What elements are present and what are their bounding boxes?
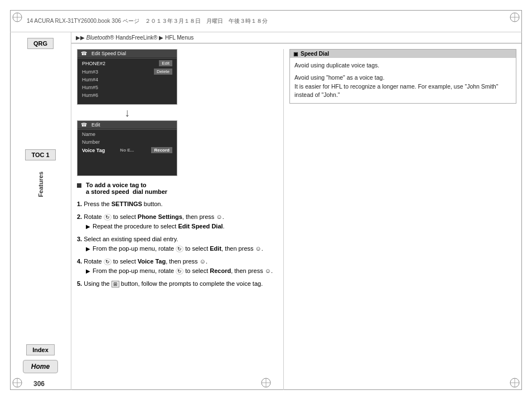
step-2-sub: ▶ Repeat the procedure to select Edit Sp… [77, 222, 278, 231]
left-panel: ☎ Edit Speed Dial PHONE#2 Edit Hum#3 Del… [71, 49, 283, 390]
breadcrumb-arrow2: ▶ [159, 35, 163, 41]
screen2-item3: Voice Tag No E... Record [78, 146, 177, 154]
screen1-item3: Hum#4 [78, 76, 177, 84]
qrg-button[interactable]: QRG [27, 38, 54, 49]
heading-bullet [77, 183, 81, 188]
screen2-record-btn[interactable]: Record [151, 147, 172, 153]
note-item-2: Avoid using "home" as a voice tag.It is … [294, 74, 511, 100]
step-1-num: 1. [77, 201, 82, 207]
screen-wrapper: ☎ Edit Speed Dial PHONE#2 Edit Hum#3 Del… [77, 49, 278, 176]
screen2: ☎ Edit Name Number Voice Tag No E... Rec… [77, 120, 177, 176]
screen2-title-bar: ☎ Edit [78, 121, 177, 129]
screen2-title: Edit [91, 122, 100, 128]
screen1-edit-btn[interactable]: Edit [159, 60, 172, 66]
screen1-divider [78, 58, 177, 58]
step-3-text: Select an existing speed dial entry. [84, 236, 178, 242]
screen1: ☎ Edit Speed Dial PHONE#2 Edit Hum#3 Del… [77, 49, 177, 105]
step-2-num: 2. [77, 213, 82, 220]
screen2-item2: Number [78, 138, 177, 146]
main-content: ▶▶ Bluetooth® HandsFreeLink® ▶ HFL Menus… [71, 32, 522, 390]
down-arrow: ↓ [77, 105, 177, 120]
breadcrumb: ▶▶ Bluetooth® HandsFreeLink® ▶ HFL Menus [71, 32, 522, 43]
note-title: ▣ Speed Dial [290, 50, 516, 58]
settings-btn-inline: ⊞ [112, 281, 119, 287]
screen1-title: Edit Speed Dial [91, 51, 126, 56]
screen1-delete-btn[interactable]: Delete [154, 69, 172, 75]
screen2-divider [78, 129, 177, 130]
file-info: 14 ACURA RLX-31TY26000.book 306 ページ ２０１３… [27, 17, 268, 25]
steps-section: To add a voice tag toa stored speed dial… [77, 182, 278, 288]
step-2: 2. Rotate ↻ to select Phone Settings, th… [77, 212, 278, 231]
screen1-item5: Hum#6 [78, 91, 177, 99]
breadcrumb-text1: HandsFreeLink® [115, 35, 157, 41]
screen1-title-bar: ☎ Edit Speed Dial [78, 50, 177, 57]
step-4-text: Rotate ↻ to select Voice Tag, then press… [84, 258, 207, 265]
header-bar: 14 ACURA RLX-31TY26000.book 306 ページ ２０１３… [10, 10, 522, 32]
note-icon: ▣ [293, 51, 298, 57]
right-panel: ▣ Speed Dial Avoid using duplicate voice… [283, 49, 522, 390]
breadcrumb-bt: Bluetooth [86, 35, 110, 41]
page-number: 306 [33, 380, 45, 388]
content-area: ☎ Edit Speed Dial PHONE#2 Edit Hum#3 Del… [71, 49, 522, 390]
step-1-text: Press the SETTINGS button. [84, 201, 162, 207]
note-box: ▣ Speed Dial Avoid using duplicate voice… [289, 49, 516, 104]
features-label: Features [37, 172, 44, 197]
step-4-num: 4. [77, 258, 82, 265]
screen1-item1: PHONE#2 Edit [78, 59, 177, 67]
screen1-item2: Hum#3 Delete [78, 67, 177, 76]
step-3: 3. Select an existing speed dial entry. … [77, 235, 278, 253]
step-3-sub: ▶ From the pop-up menu, rotate ↻ to sele… [77, 244, 278, 253]
note-item-1: Avoid using duplicate voice tags. [294, 61, 511, 70]
index-button[interactable]: Index [26, 344, 55, 355]
screen1-item4: Hum#5 [78, 84, 177, 91]
steps-list: 1. Press the SETTINGS button. 2. Rotate … [77, 199, 278, 288]
screen1-phone-icon: ☎ [81, 51, 87, 56]
breadcrumb-arrow1: ▶▶ [76, 35, 85, 41]
step-5-num: 5. [77, 280, 82, 287]
step-4-sub: ▶ From the pop-up menu, rotate ↻ to sele… [77, 266, 278, 276]
step-3-num: 3. [77, 236, 82, 242]
home-button[interactable]: Home [23, 360, 58, 373]
screen2-item1: Name [78, 130, 177, 138]
heading-line1: To add a voice tag toa stored speed dial… [86, 182, 167, 195]
step-5: 5. Using the ⊞ button, follow the prompt… [77, 279, 278, 289]
note-body: Avoid using duplicate voice tags. Avoid … [290, 58, 516, 103]
steps-heading: To add a voice tag toa stored speed dial… [77, 182, 278, 195]
toc-button[interactable]: TOC 1 [25, 149, 55, 160]
step-4: 4. Rotate ↻ to select Voice Tag, then pr… [77, 257, 278, 276]
step-2-text: Rotate ↻ to select Phone Settings, then … [84, 213, 224, 220]
step-1: 1. Press the SETTINGS button. [77, 199, 278, 209]
note-title-text: Speed Dial [301, 51, 329, 57]
step-5-text: Using the ⊞ button, follow the prompts t… [84, 280, 263, 287]
left-sidebar: QRG TOC 1 Features Index Home [10, 32, 71, 390]
screen2-phone-icon: ☎ [81, 122, 87, 128]
breadcrumb-hfl-menus: HFL Menus [165, 35, 194, 41]
